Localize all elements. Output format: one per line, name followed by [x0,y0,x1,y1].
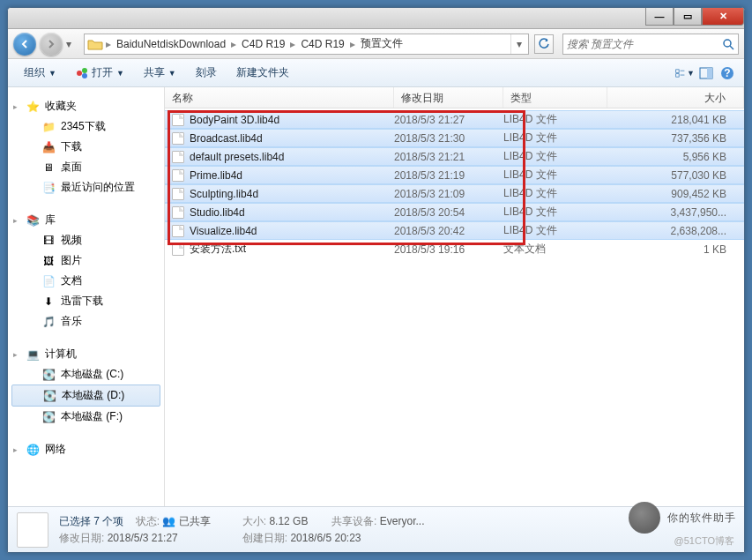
watermark: 你的软件助手 [629,502,736,534]
sidebar-favorites[interactable]: ▸⭐收藏夹 [8,96,164,116]
file-row[interactable]: BodyPaint 3D.lib4d2018/5/3 21:27LIB4D 文件… [165,110,744,129]
navbar: ▾ ▸ BaiduNetdiskDownload ▸ C4D R19 ▸ C4D… [8,29,744,59]
burn-button[interactable]: 刻录 [187,62,226,84]
back-button[interactable] [13,33,36,56]
col-size[interactable]: 大小 [607,87,744,108]
music-icon: 🎵 [41,315,56,329]
file-row[interactable]: Prime.lib4d2018/5/3 21:19LIB4D 文件577,030… [165,166,744,184]
video-icon: 🎞 [41,234,56,248]
download-icon: 📥 [41,140,56,154]
sidebar-computer[interactable]: ▸💻计算机 [8,344,164,364]
sidebar-libraries[interactable]: ▸📚库 [8,210,164,230]
explorer-window: — ▭ ✕ ▾ ▸ BaiduNetdiskDownload ▸ C4D R19… [7,7,745,553]
refresh-button[interactable] [534,34,554,54]
file-icon [172,206,184,219]
sidebar-item[interactable]: 📁2345下载 [8,116,164,137]
svg-rect-6 [676,73,679,76]
people-icon: 👥 [162,515,175,527]
chevron-right-icon: ▸ [288,38,297,50]
disk-icon: 💽 [41,368,56,382]
folder-icon: 📁 [41,120,56,134]
file-icon [172,225,184,237]
column-header: 名称 修改日期 类型 大小 [165,87,744,108]
selection-text: 已选择 7 个项 [59,515,123,527]
folder-icon [86,36,104,52]
sidebar-item[interactable]: 🎞视频 [8,230,164,250]
breadcrumb-dropdown-icon[interactable]: ▾ [510,34,526,54]
forward-button[interactable] [40,33,63,56]
breadcrumb-item[interactable]: 预置文件 [357,36,406,51]
sidebar-item[interactable]: 💽本地磁盘 (C:) [8,364,164,385]
sidebar-item[interactable]: 💽本地磁盘 (F:) [8,407,164,427]
toolbar: 组织▼ 打开▼ 共享▼ 刻录 新建文件夹 ▼ ? [8,59,744,87]
disk-icon: 💽 [41,410,56,424]
sidebar-item[interactable]: 💽本地磁盘 (D:) [11,385,160,407]
library-icon: 📚 [26,213,40,228]
sidebar-item[interactable]: 📑最近访问的位置 [8,177,164,198]
open-button[interactable]: 打开▼ [67,62,133,84]
sidebar-item[interactable]: 🖥桌面 [8,157,164,177]
sidebar-network[interactable]: ▸🌐网络 [8,439,164,459]
file-rows: BodyPaint 3D.lib4d2018/5/3 21:27LIB4D 文件… [165,108,744,506]
sidebar: ▸⭐收藏夹 📁2345下载 📥下载 🖥桌面 📑最近访问的位置 ▸📚库 🎞视频 🖼… [8,87,165,506]
file-row[interactable]: default presets.lib4d2018/5/3 21:21LIB4D… [165,147,744,166]
sidebar-item[interactable]: 🖼图片 [8,250,164,271]
file-icon [172,132,184,145]
breadcrumb-item[interactable]: BaiduNetdiskDownload [113,38,229,50]
search-icon [722,38,734,50]
file-row[interactable]: Studio.lib4d2018/5/3 20:54LIB4D 文件3,437,… [165,203,744,221]
breadcrumb[interactable]: ▸ BaiduNetdiskDownload ▸ C4D R19 ▸ C4D R… [84,34,529,55]
expand-icon: ▸ [13,102,18,111]
col-date[interactable]: 修改日期 [394,87,503,108]
file-row[interactable]: 安装方法.txt2018/5/3 19:16文本文档1 KB [165,240,744,258]
maximize-button[interactable]: ▭ [674,8,702,26]
file-row[interactable]: Visualize.lib4d2018/5/3 20:42LIB4D 文件2,6… [165,221,744,240]
svg-line-1 [730,46,733,49]
watermark-small: @51CTO博客 [674,534,734,548]
search-box[interactable] [562,34,739,55]
organize-button[interactable]: 组织▼ [15,62,65,84]
expand-icon: ▸ [13,216,18,225]
titlebar: — ▭ ✕ [8,8,744,29]
newfolder-button[interactable]: 新建文件夹 [227,62,298,84]
desktop-icon: 🖥 [41,161,56,175]
file-icon [172,169,184,182]
disk-icon: 💽 [42,389,56,403]
expand-icon: ▸ [13,445,18,454]
breadcrumb-item[interactable]: C4D R19 [297,38,347,50]
thunder-icon: ⬇ [41,295,56,309]
file-row[interactable]: Broadcast.lib4d2018/5/3 21:30LIB4D 文件737… [165,129,744,147]
svg-point-0 [724,40,731,47]
breadcrumb-item[interactable]: C4D R19 [238,38,288,50]
sidebar-item[interactable]: 🎵音乐 [8,311,164,332]
file-icon [172,243,184,256]
file-icon [172,151,184,163]
file-row[interactable]: Sculpting.lib4d2018/5/3 21:09LIB4D 文件909… [165,184,744,203]
sidebar-item[interactable]: ⬇迅雷下载 [8,291,164,311]
col-name[interactable]: 名称 [165,87,394,108]
sidebar-item[interactable]: 📄文档 [8,271,164,291]
history-dropdown-icon[interactable]: ▾ [66,38,77,50]
recent-icon: 📑 [41,181,56,195]
svg-point-2 [77,71,82,76]
minimize-button[interactable]: — [645,8,674,26]
file-list: 名称 修改日期 类型 大小 BodyPaint 3D.lib4d2018/5/3… [165,87,744,506]
document-icon: 📄 [41,274,56,288]
file-icon [172,188,184,200]
network-icon: 🌐 [26,443,40,457]
watermark-avatar-icon [629,502,660,534]
preview-button[interactable] [696,63,716,83]
view-button[interactable]: ▼ [675,63,695,83]
svg-point-3 [82,68,87,73]
help-button[interactable]: ? [718,63,737,83]
expand-icon: ▸ [13,350,18,359]
close-button[interactable]: ✕ [702,8,744,26]
star-icon: ⭐ [26,100,40,114]
share-button[interactable]: 共享▼ [135,62,185,84]
col-type[interactable]: 类型 [503,87,607,108]
search-input[interactable] [567,38,722,50]
content: ▸⭐收藏夹 📁2345下载 📥下载 🖥桌面 📑最近访问的位置 ▸📚库 🎞视频 🖼… [8,87,744,506]
window-controls: — ▭ ✕ [645,8,744,26]
sidebar-item[interactable]: 📥下载 [8,137,164,157]
svg-rect-5 [676,69,679,71]
